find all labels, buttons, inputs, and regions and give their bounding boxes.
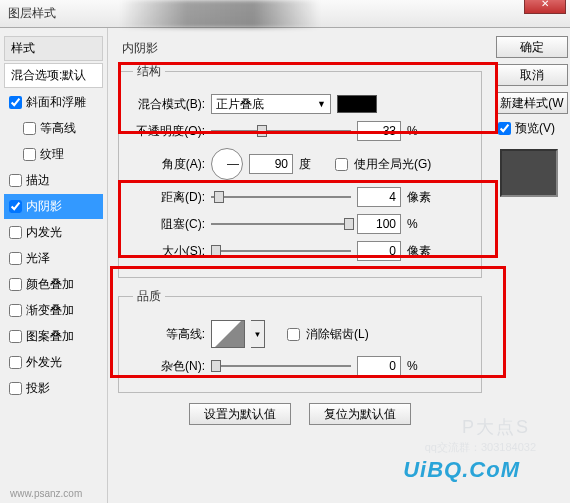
watermark-url: www.psanz.com (10, 488, 82, 499)
sidebar-item-dropshadow[interactable]: 投影 (4, 376, 103, 401)
distance-row: 距离(D): 4 像素 (133, 186, 471, 208)
quality-group: 品质 等高线: ▼ 消除锯齿(L) 杂色(N): 0 % (118, 288, 482, 393)
reset-default-button[interactable]: 复位为默认值 (309, 403, 411, 425)
antialias-check[interactable] (287, 328, 300, 341)
bevel-check[interactable] (9, 96, 22, 109)
opacity-slider[interactable] (211, 123, 351, 139)
sidebar-header[interactable]: 样式 (4, 36, 103, 61)
sidebar-item-label: 斜面和浮雕 (26, 94, 86, 111)
coloroverlay-check[interactable] (9, 278, 22, 291)
sidebar-item-outerglow[interactable]: 外发光 (4, 350, 103, 375)
panel-title: 内阴影 (122, 40, 482, 57)
global-light-check[interactable] (335, 158, 348, 171)
opacity-input[interactable]: 33 (357, 121, 401, 141)
preview-label: 预览(V) (515, 120, 555, 137)
patternoverlay-check[interactable] (9, 330, 22, 343)
noise-unit: % (407, 359, 437, 373)
innershadow-check[interactable] (9, 200, 22, 213)
sidebar-item-innerglow[interactable]: 内发光 (4, 220, 103, 245)
sidebar-item-coloroverlay[interactable]: 颜色叠加 (4, 272, 103, 297)
angle-dial[interactable] (211, 148, 243, 180)
noise-label: 杂色(N): (133, 358, 205, 375)
blend-options[interactable]: 混合选项:默认 (4, 63, 103, 88)
distance-label: 距离(D): (133, 189, 205, 206)
distance-input[interactable]: 4 (357, 187, 401, 207)
title-bar: 图层样式 ✕ (0, 0, 570, 28)
size-slider[interactable] (211, 243, 351, 259)
global-light-label: 使用全局光(G) (354, 156, 431, 173)
sidebar-item-label: 渐变叠加 (26, 302, 74, 319)
sidebar-item-label: 光泽 (26, 250, 50, 267)
contour-dropdown[interactable]: ▼ (251, 320, 265, 348)
choke-row: 阻塞(C): 100 % (133, 213, 471, 235)
sidebar-item-patternoverlay[interactable]: 图案叠加 (4, 324, 103, 349)
structure-legend: 结构 (133, 63, 165, 80)
outerglow-check[interactable] (9, 356, 22, 369)
watermark-text: P大点S (462, 415, 530, 439)
antialias-label: 消除锯齿(L) (306, 326, 369, 343)
blendmode-row: 混合模式(B): 正片叠底 ▼ (133, 93, 471, 115)
opacity-label: 不透明度(O): (133, 123, 205, 140)
blendmode-label: 混合模式(B): (133, 96, 205, 113)
contour-swatch[interactable] (211, 320, 245, 348)
sidebar-item-innershadow[interactable]: 内阴影 (4, 194, 103, 219)
sidebar-item-bevel[interactable]: 斜面和浮雕 (4, 90, 103, 115)
sidebar-item-label: 纹理 (40, 146, 64, 163)
dropshadow-check[interactable] (9, 382, 22, 395)
watermark-logo: UiBQ.CoM (403, 457, 520, 483)
angle-input[interactable]: 90 (249, 154, 293, 174)
content-panel: 内阴影 结构 混合模式(B): 正片叠底 ▼ 不透明度(O): 33 % 角度(… (108, 28, 492, 503)
chevron-down-icon: ▼ (317, 99, 326, 109)
sidebar-item-label: 内阴影 (26, 198, 62, 215)
sidebar-item-label: 颜色叠加 (26, 276, 74, 293)
opacity-unit: % (407, 124, 437, 138)
angle-unit: 度 (299, 156, 329, 173)
sidebar-item-satin[interactable]: 光泽 (4, 246, 103, 271)
opacity-row: 不透明度(O): 33 % (133, 120, 471, 142)
preview-row: 预览(V) (498, 120, 566, 137)
contour-label: 等高线: (133, 326, 205, 343)
sidebar-item-label: 等高线 (40, 120, 76, 137)
sidebar-item-label: 图案叠加 (26, 328, 74, 345)
contour-row: 等高线: ▼ 消除锯齿(L) (133, 318, 471, 350)
stroke-check[interactable] (9, 174, 22, 187)
satin-check[interactable] (9, 252, 22, 265)
size-unit: 像素 (407, 243, 437, 260)
sidebar-item-label: 外发光 (26, 354, 62, 371)
preview-check[interactable] (498, 122, 511, 135)
distance-unit: 像素 (407, 189, 437, 206)
size-input[interactable]: 0 (357, 241, 401, 261)
sidebar-item-label: 描边 (26, 172, 50, 189)
noise-row: 杂色(N): 0 % (133, 355, 471, 377)
choke-slider[interactable] (211, 216, 351, 232)
default-buttons-row: 设置为默认值 复位为默认值 (118, 403, 482, 425)
shadow-color-swatch[interactable] (337, 95, 377, 113)
distance-slider[interactable] (211, 189, 351, 205)
choke-input[interactable]: 100 (357, 214, 401, 234)
make-default-button[interactable]: 设置为默认值 (189, 403, 291, 425)
new-style-button[interactable]: 新建样式(W (496, 92, 568, 114)
watermark-sub: qq交流群：303184032 (425, 440, 536, 455)
close-button[interactable]: ✕ (524, 0, 566, 14)
noise-slider[interactable] (211, 358, 351, 374)
sidebar-item-gradientoverlay[interactable]: 渐变叠加 (4, 298, 103, 323)
sidebar-item-texture[interactable]: 纹理 (4, 142, 103, 167)
gradientoverlay-check[interactable] (9, 304, 22, 317)
noise-input[interactable]: 0 (357, 356, 401, 376)
title-blur (120, 0, 320, 28)
blendmode-value: 正片叠底 (216, 96, 264, 113)
cancel-button[interactable]: 取消 (496, 64, 568, 86)
sidebar-item-stroke[interactable]: 描边 (4, 168, 103, 193)
blendmode-combo[interactable]: 正片叠底 ▼ (211, 94, 331, 114)
ok-button[interactable]: 确定 (496, 36, 568, 58)
structure-group: 结构 混合模式(B): 正片叠底 ▼ 不透明度(O): 33 % 角度(A): … (118, 63, 482, 278)
innerglow-check[interactable] (9, 226, 22, 239)
texture-check[interactable] (23, 148, 36, 161)
angle-label: 角度(A): (133, 156, 205, 173)
size-label: 大小(S): (133, 243, 205, 260)
sidebar-item-label: 投影 (26, 380, 50, 397)
sidebar-item-contour[interactable]: 等高线 (4, 116, 103, 141)
window-title: 图层样式 (8, 5, 56, 22)
contour-check[interactable] (23, 122, 36, 135)
styles-sidebar: 样式 混合选项:默认 斜面和浮雕 等高线 纹理 描边 内阴影 内发光 光泽 (0, 28, 108, 503)
